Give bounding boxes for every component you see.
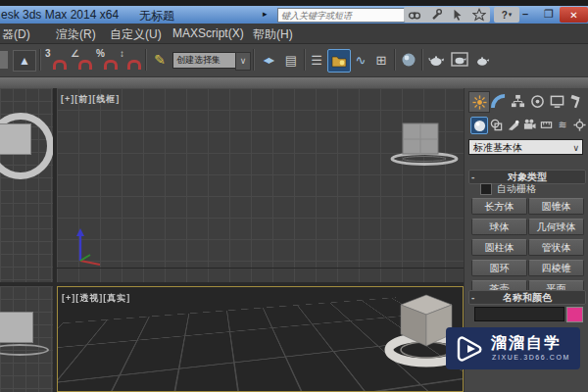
mirror-icon[interactable]: ◀▶ [258,50,279,70]
motion-wheel-icon [530,94,545,109]
world-axis-tripod-icon [65,225,104,276]
button-cone[interactable]: 圆锥体 [528,198,584,215]
button-sphere[interactable]: 球体 [471,219,527,235]
graphite-scene-explorer-icon[interactable] [327,49,351,73]
material-editor-icon[interactable] [400,50,417,70]
viewport-left-clipped[interactable] [0,286,53,392]
tab-hierarchy[interactable] [508,91,527,111]
wrench-icon[interactable] [429,8,443,22]
object-color-swatch[interactable] [566,307,583,322]
menu-maxscript[interactable]: MAXScript(X) [172,26,244,40]
menu-customize[interactable]: 自定义(U) [110,26,162,43]
clipped-toolbar-icon[interactable] [0,51,8,69]
toolbar-overflow-arrow-icon[interactable]: ▸ [263,9,268,19]
selection-set-chevron-icon[interactable]: ∨ [235,52,251,71]
render-setup-teapot-icon[interactable] [426,50,446,70]
rollout-name-color[interactable]: - 名称和颜色 [468,290,586,305]
rendered-frame-window-icon[interactable] [450,50,469,70]
watermark-badge: 溜溜自学 ZIXUE.3D66.COM [446,327,580,369]
autogrid-checkbox[interactable] [480,183,492,195]
close-button[interactable]: ✕ [560,7,588,23]
menu-graph-editors[interactable]: 器(D) [2,26,30,43]
toolbar-separator [394,49,396,71]
schematic-view-icon[interactable]: ⊞ [372,50,390,70]
help-menu-button[interactable]: ? ▾ [494,7,519,23]
toolbar-separator [421,49,423,71]
manage-layers-icon[interactable]: ☰ [308,50,325,70]
box-object-top-view[interactable] [0,123,31,155]
toolbar-separator [39,49,41,71]
button-torus[interactable]: 圆环 [471,260,527,276]
snaps-toggle-3d-icon[interactable]: 3 [45,49,69,71]
minimize-button[interactable]: – [522,8,528,20]
hierarchy-tree-icon [511,94,525,109]
toolbar-separator [304,49,306,71]
category-space-warps-icon[interactable]: ≋ [555,117,570,132]
category-cameras[interactable] [521,117,537,132]
tab-display[interactable] [547,91,566,111]
category-lights[interactable] [505,117,520,132]
magnet-icon [104,60,118,70]
main-toolbar: ▲ 3 ∠ % ↕ ✎ 创建选择集 ∨ ◀▶ ▤ ☰ ∿ ⊞ [0,44,588,77]
menu-rendering[interactable]: 渲染(R) [56,26,96,43]
viewport-perspective-active[interactable]: [+][透视][真实] [57,286,464,392]
favorites-star-icon[interactable] [472,8,486,22]
category-shapes[interactable] [488,117,504,132]
collapse-icon: - [471,291,474,304]
title-bar[interactable]: esk 3ds Max 2014 x64 无标题 ▸ ? ▾ – ❐ ✕ [0,6,588,24]
percent-snap-toggle-icon[interactable]: % [96,49,120,71]
button-box[interactable]: 长方体 [471,198,527,215]
tab-create[interactable] [468,91,490,113]
viewport-top-clipped[interactable] [0,88,53,282]
viewport-front-label[interactable]: [+][前][线框] [61,93,120,106]
help-icon: ? [502,10,508,21]
viewport-perspective-label[interactable]: [+][透视][真实] [62,292,130,305]
button-tube[interactable]: 管状体 [528,239,584,256]
primitive-category-select[interactable]: 标准基本体 ∨ [468,139,583,155]
toolbar-separator [145,49,147,71]
menu-help[interactable]: 帮助(H) [253,26,293,43]
chevron-down-icon: ∨ [572,140,579,156]
render-production-teapot-icon[interactable] [473,50,491,70]
button-cylinder[interactable]: 圆柱体 [471,239,527,256]
button-geosphere[interactable]: 几何球体 [528,219,584,235]
systems-gear-icon [573,119,586,131]
rollout-object-type-title: 对象类型 [508,172,547,182]
edit-named-selection-sets-icon[interactable]: ✎ [150,50,170,70]
tab-motion[interactable] [527,91,547,111]
angle-snap-toggle-icon[interactable]: ∠ [71,49,94,71]
3dsmax-window: esk 3ds Max 2014 x64 无标题 ▸ ? ▾ – ❐ ✕ [0,0,588,392]
spinner-snap-toggle-icon[interactable]: ↕ [120,49,143,71]
button-pyramid[interactable]: 四棱锥 [528,260,584,276]
cursor-arrow-icon[interactable] [451,8,465,22]
box-torus-object-front-view[interactable] [388,116,461,167]
up-arrow-button[interactable]: ▲ [13,50,36,72]
primitive-category-value: 标准基本体 [473,142,522,153]
tab-modify[interactable] [488,91,508,111]
category-systems[interactable] [571,117,587,132]
category-geometry[interactable] [470,117,488,134]
rollout-name-color-title: 名称和颜色 [503,292,552,303]
magnet-icon [78,60,92,70]
autogrid-row: 自动栅格 [480,183,536,195]
object-name-input[interactable] [474,307,564,321]
category-helpers[interactable] [538,117,554,132]
align-icon[interactable]: ▤ [281,50,301,70]
toolbar-separator [253,49,255,71]
camera-icon [523,119,536,131]
create-sunburst-icon [472,95,487,110]
torus-object-left-view[interactable] [0,344,49,356]
maximize-button[interactable]: ❐ [544,8,554,21]
magnet-icon [53,60,67,70]
box-object-left-view[interactable] [0,312,33,343]
named-selection-set-dropdown[interactable]: 创建选择集 [172,52,238,69]
help-dropdown-arrow-icon: ▾ [509,11,513,19]
front-ground-axis-line [57,268,464,269]
viewport-front[interactable]: [+][前][线框] [57,88,464,282]
search-binoculars-icon[interactable] [408,8,421,22]
infocenter-search-input[interactable] [277,8,405,23]
display-monitor-icon [550,94,564,109]
tab-utilities[interactable] [566,91,586,111]
curve-editor-icon[interactable]: ∿ [352,50,369,70]
magnet-icon [127,60,141,70]
